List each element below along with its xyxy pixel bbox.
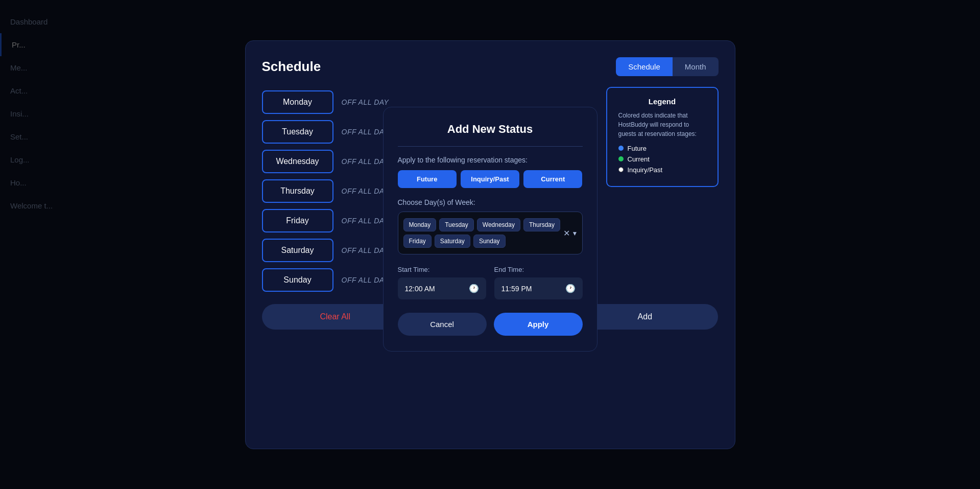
days-multiselect[interactable]: Monday Tuesday Wednesday Thursday Friday…: [398, 212, 583, 254]
wednesday-button[interactable]: Wednesday: [262, 150, 333, 173]
legend-future-label: Future: [628, 145, 647, 152]
future-dot: [618, 146, 624, 151]
day-tag-saturday[interactable]: Saturday: [435, 235, 470, 248]
legend-title: Legend: [618, 97, 706, 106]
start-time-value: 12:00 AM: [405, 285, 435, 293]
monday-status: OFF ALL DAY: [342, 98, 389, 106]
legend-box: Legend Colored dots indicate that HostBu…: [606, 87, 719, 187]
start-time-clock-icon: 🕐: [469, 284, 479, 293]
sunday-status: OFF ALL DAY: [342, 276, 389, 284]
start-time-label: Start Time:: [398, 266, 486, 273]
sunday-button[interactable]: Sunday: [262, 268, 333, 292]
legend-item-inquiry: Inquiry/Past: [618, 166, 706, 174]
friday-button[interactable]: Friday: [262, 209, 333, 232]
inquiry-past-stage-button[interactable]: Inquiry/Past: [461, 170, 519, 188]
tuesday-button[interactable]: Tuesday: [262, 120, 333, 144]
view-toggle: Schedule Month: [616, 57, 718, 76]
reservation-stages: Future Inquiry/Past Current: [398, 170, 583, 188]
add-new-status-title: Add New Status: [398, 123, 583, 136]
apply-button[interactable]: Apply: [494, 313, 583, 336]
end-time-clock-icon: 🕐: [565, 284, 576, 293]
expand-days-icon[interactable]: ▼: [572, 229, 578, 237]
tuesday-status: OFF ALL DAY: [342, 128, 389, 136]
legend-item-future: Future: [618, 145, 706, 152]
thursday-button[interactable]: Thursday: [262, 179, 333, 203]
day-tag-thursday[interactable]: Thursday: [523, 218, 560, 231]
day-tag-friday[interactable]: Friday: [403, 235, 432, 248]
day-tag-monday[interactable]: Monday: [403, 218, 437, 231]
inquiry-dot: [618, 167, 624, 172]
schedule-modal-header: Schedule Schedule Month: [262, 57, 719, 76]
future-stage-button[interactable]: Future: [398, 170, 457, 188]
current-dot: [618, 156, 624, 161]
saturday-button[interactable]: Saturday: [262, 239, 333, 262]
schedule-view-button[interactable]: Schedule: [616, 57, 673, 76]
multiselect-controls: ✕ ▼: [563, 228, 578, 238]
time-section: Start Time: 12:00 AM 🕐 End Time: 11:59 P…: [398, 266, 583, 299]
start-time-field: Start Time: 12:00 AM 🕐: [398, 266, 486, 299]
day-tag-wednesday[interactable]: Wednesday: [477, 218, 520, 231]
cancel-button[interactable]: Cancel: [398, 313, 487, 336]
end-time-input[interactable]: 11:59 PM 🕐: [494, 277, 583, 299]
legend-item-current: Current: [618, 155, 706, 163]
day-tag-tuesday[interactable]: Tuesday: [439, 218, 474, 231]
end-time-field: End Time: 11:59 PM 🕐: [494, 266, 583, 299]
wednesday-status: OFF ALL DAY: [342, 157, 389, 166]
end-time-value: 11:59 PM: [501, 285, 532, 293]
saturday-status: OFF ALL DAY: [342, 246, 389, 254]
friday-status: OFF ALL DAY: [342, 217, 389, 225]
current-stage-button[interactable]: Current: [523, 170, 582, 188]
thursday-status: OFF ALL DAY: [342, 187, 389, 195]
schedule-modal: Schedule Schedule Month Monday OFF ALL D…: [245, 40, 735, 449]
clear-days-icon[interactable]: ✕: [563, 228, 570, 238]
add-new-status-modal: Add New Status Apply to the following re…: [383, 107, 597, 352]
modal-overlay: Schedule Schedule Month Monday OFF ALL D…: [0, 0, 980, 489]
start-time-input[interactable]: 12:00 AM 🕐: [398, 277, 486, 299]
legend-current-label: Current: [628, 155, 650, 163]
month-view-button[interactable]: Month: [673, 57, 719, 76]
schedule-modal-title: Schedule: [262, 59, 321, 75]
modal-actions: Cancel Apply: [398, 313, 583, 336]
monday-button[interactable]: Monday: [262, 90, 333, 114]
legend-description: Colored dots indicate that HostBuddy wil…: [618, 111, 706, 138]
modal-divider: [398, 146, 583, 147]
legend-inquiry-label: Inquiry/Past: [628, 166, 663, 174]
days-of-week-label: Choose Day(s) of Week:: [398, 198, 583, 206]
day-tag-sunday[interactable]: Sunday: [473, 235, 506, 248]
end-time-label: End Time:: [494, 266, 583, 273]
reservation-stages-label: Apply to the following reservation stage…: [398, 156, 583, 164]
